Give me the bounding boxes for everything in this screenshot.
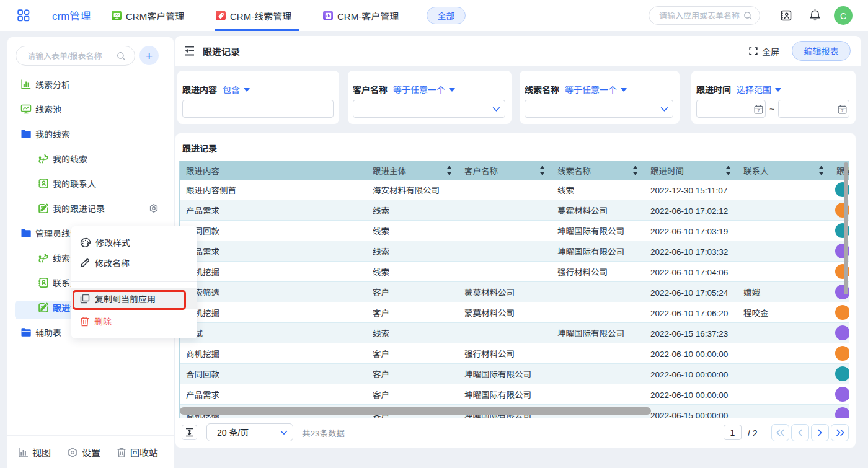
svg-text:7: 7 — [758, 108, 760, 113]
svg-text:7: 7 — [841, 108, 844, 113]
